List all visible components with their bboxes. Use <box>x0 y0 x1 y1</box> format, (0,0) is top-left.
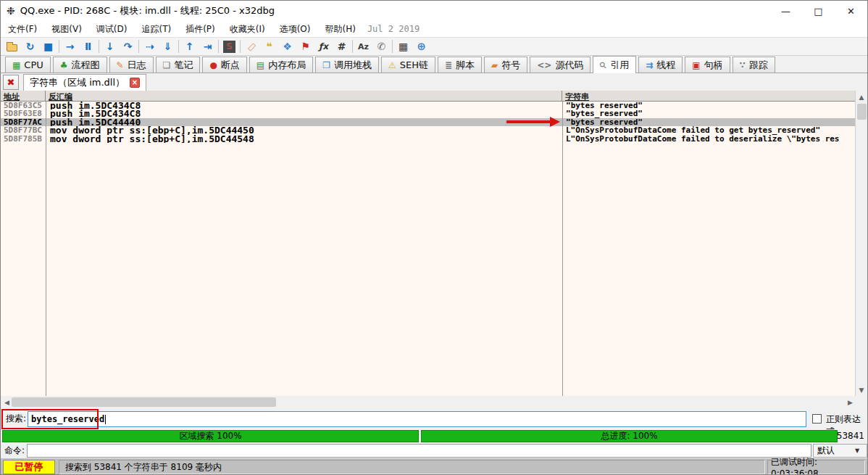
string-cell: "bytes_reserved" <box>562 118 856 126</box>
tab-symbols[interactable]: ▰符号 <box>484 57 527 73</box>
tab-graph[interactable]: ♣流程图 <box>53 57 107 73</box>
disasm-cell: mov dword ptr ss:[ebp+C],im.5DC44450 <box>46 126 562 134</box>
execute-till-return-button[interactable]: ⇓ <box>159 38 177 55</box>
report-button[interactable]: ✆ <box>372 38 391 55</box>
string-part: " <box>566 118 571 126</box>
table-row-selected[interactable]: 5D8F77AC push im.5DC44440 "bytes_reserve… <box>1 118 856 126</box>
tab-cpu[interactable]: ▦CPU <box>5 57 51 73</box>
run-to-user-code-button[interactable]: ⇥ <box>199 38 217 55</box>
tab-memory-map[interactable]: ▤内存布局 <box>249 57 313 73</box>
string-part: L"OnSysProtobufDataCome failed to deseri… <box>566 135 796 143</box>
tab-source[interactable]: <>源代码 <box>530 57 591 73</box>
title-bar: ❉ QQ.exe - PID: 268C - 模块: im.dll - 线程: … <box>1 1 867 21</box>
restart-button[interactable]: ↻ <box>21 38 39 55</box>
horizontal-scroll-thumb[interactable] <box>12 397 276 407</box>
build-date: Jul 2 2019 <box>367 24 420 34</box>
column-header-disassembly[interactable]: 反汇编 <box>46 91 562 101</box>
horizontal-scrollbar[interactable]: ◀ ▶ <box>1 396 856 408</box>
scroll-up-arrow[interactable]: ▲ <box>856 91 867 103</box>
font-preferences-button[interactable]: Az <box>354 38 372 55</box>
status-message: 搜索到 53841 个字符串于 8109 毫秒内 <box>59 460 765 474</box>
table-row[interactable]: 5D8F63E8 push im.5DC434C8 "bytes_reserve… <box>1 110 856 117</box>
calculator-button[interactable]: ▦ <box>394 38 412 55</box>
string-part: " <box>815 126 820 134</box>
bookmark-icon: ⚑ <box>301 41 310 51</box>
table-row[interactable]: 5D8F63C5 push im.5DC434C8 "bytes_reserve… <box>1 102 856 110</box>
tab-threads[interactable]: ⇉线程 <box>638 57 683 73</box>
pause-button[interactable]: Ⅱ <box>79 38 97 55</box>
minimize-button[interactable]: — <box>769 1 802 21</box>
dashed-arrow-icon: ⇢ <box>146 41 154 51</box>
tab-call-stack[interactable]: ❐调用堆栈 <box>315 57 379 73</box>
menu-view[interactable]: 视图(V) <box>44 21 89 37</box>
column-header-string[interactable]: 字符串 <box>562 91 856 101</box>
string-cell: L"OnSysProtobufDataCome failed to deseri… <box>562 135 856 143</box>
menu-debug[interactable]: 调试(D) <box>89 21 135 37</box>
bookmarks-button[interactable]: ⚑ <box>296 38 314 55</box>
table-row[interactable]: 5D8F77BC mov dword ptr ss:[ebp+C],im.5DC… <box>1 126 856 134</box>
scroll-down-arrow[interactable]: ▼ <box>856 384 867 396</box>
breakpoint-dot-icon: ● <box>209 61 217 70</box>
vertical-scroll-thumb[interactable] <box>857 104 867 120</box>
address-cell: 5D8F77AC <box>1 118 46 126</box>
patches-button[interactable]: ▭ <box>242 38 260 55</box>
language-button[interactable]: ⊕ <box>412 38 430 55</box>
string-part: " <box>638 102 643 110</box>
run-to-cursor-button[interactable]: ⇢ <box>141 38 159 55</box>
calculator-icon: ▦ <box>398 41 408 51</box>
maximize-button[interactable]: □ <box>802 1 835 21</box>
bandaid-icon: ▭ <box>244 39 258 53</box>
comments-button[interactable]: ❝ <box>260 38 278 55</box>
progress-row: 区域搜索 100% 总进度: 100% 53841 <box>1 429 867 443</box>
search-input[interactable]: bytes_reserved <box>28 411 806 427</box>
tab-label: 内存布局 <box>268 59 306 72</box>
hash-button[interactable]: # <box>333 38 351 55</box>
labels-button[interactable]: ❖ <box>278 38 296 55</box>
column-divider[interactable] <box>562 102 563 396</box>
vertical-scrollbar[interactable]: ▲ ▼ <box>855 91 867 396</box>
tab-trace[interactable]: ∵跟踪 <box>733 57 775 73</box>
down-arrow-icon: ⇓ <box>164 41 172 51</box>
menu-file[interactable]: 文件(F) <box>1 21 44 37</box>
tab-log[interactable]: ✎日志 <box>109 57 154 73</box>
tab-references[interactable]: ⚲引用 <box>593 56 636 73</box>
annotation-arrow-shaft <box>506 120 550 123</box>
menu-plugins[interactable]: 插件(P) <box>178 21 222 37</box>
menu-help[interactable]: 帮助(H) <box>317 21 362 37</box>
tab-notes[interactable]: ❏笔记 <box>156 57 201 73</box>
symbols-book-icon: ▰ <box>491 61 498 70</box>
functions-button[interactable]: ƒx <box>314 38 333 55</box>
run-button[interactable]: → <box>61 38 79 55</box>
menu-options[interactable]: 选项(O) <box>272 21 318 37</box>
references-table: 地址 反汇编 字符串 5D8F63C5 push im.5DC434C8 "by… <box>1 91 856 396</box>
stop-button[interactable]: ■ <box>39 38 57 55</box>
tab-breakpoints[interactable]: ●断点 <box>202 57 246 73</box>
table-header[interactable]: 地址 反汇编 字符串 <box>1 91 856 102</box>
column-divider[interactable] <box>46 102 46 396</box>
trace-s-button[interactable]: S <box>220 38 238 55</box>
open-file-button[interactable] <box>3 38 21 55</box>
total-progress-bar: 总进度: 100% <box>421 430 838 442</box>
command-input[interactable] <box>27 444 811 458</box>
regex-checkbox[interactable] <box>812 414 822 424</box>
step-into-button[interactable]: ↓ <box>101 38 119 55</box>
tab-handles[interactable]: ▣句柄 <box>685 57 730 73</box>
menu-trace[interactable]: 追踪(T) <box>134 21 178 37</box>
close-button[interactable]: ✕ <box>835 1 867 21</box>
tag-icon: ❖ <box>283 41 292 51</box>
disasm-cell: mov dword ptr ss:[ebp+C],im.5DC44548 <box>46 135 562 143</box>
step-out-button[interactable]: ↑ <box>180 38 199 55</box>
tab-label: 符号 <box>501 59 520 72</box>
close-all-tabs-button[interactable]: ✖ <box>3 75 19 90</box>
column-header-address[interactable]: 地址 <box>1 91 46 101</box>
tab-seh[interactable]: ⚠SEH链 <box>381 57 435 73</box>
subtab-strings[interactable]: 字符串（区域 im.dll） × <box>23 74 146 91</box>
step-over-button[interactable]: ↷ <box>119 38 137 55</box>
tab-script[interactable]: ≣脚本 <box>438 57 482 73</box>
tab-label: 日志 <box>128 59 146 72</box>
subtab-close-icon[interactable]: × <box>130 78 140 88</box>
address-cell: 5D8F785B <box>1 135 46 143</box>
menu-favourites[interactable]: 收藏夹(I) <box>222 21 272 37</box>
stop-icon: ■ <box>43 41 53 51</box>
table-row[interactable]: 5D8F785B mov dword ptr ss:[ebp+C],im.5DC… <box>1 135 856 143</box>
